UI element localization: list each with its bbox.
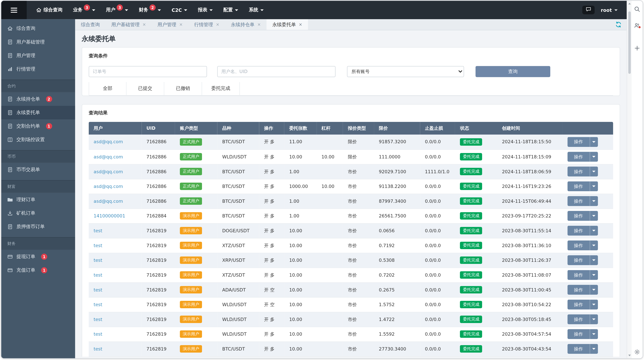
refresh-icon[interactable] <box>615 21 622 28</box>
user-link[interactable]: test <box>94 302 102 307</box>
scroll-down-arrow-icon[interactable] <box>628 355 631 356</box>
nav-item-finance[interactable]: 财务2 <box>134 1 166 19</box>
row-action-dropdown[interactable] <box>590 152 598 162</box>
user-link[interactable]: 14100000001 <box>94 213 125 218</box>
row-action-button[interactable]: 操作 <box>567 137 598 147</box>
sidebar-item-deposit-orders[interactable]: 充值订单1 <box>1 264 75 277</box>
row-action-dropdown[interactable] <box>590 211 598 221</box>
user-link[interactable]: asd@qq.com <box>94 139 123 144</box>
account-type-select[interactable]: 所有账号 <box>347 66 464 77</box>
sidebar-toggle-icon[interactable] <box>1 1 27 19</box>
tab-user-management[interactable]: 用户管理× <box>152 19 188 30</box>
row-action-button[interactable]: 操作 <box>567 329 598 339</box>
tab-close-icon[interactable]: × <box>257 22 261 27</box>
user-link[interactable]: test <box>94 228 102 233</box>
row-action-dropdown[interactable] <box>590 344 598 354</box>
sidebar-item-delivery-risk-settings[interactable]: 交割场控设置 <box>1 133 75 146</box>
row-action-dropdown[interactable] <box>590 196 598 206</box>
status-badge: 委托完成 <box>460 138 482 146</box>
nav-item-business[interactable]: 业务3 <box>68 1 100 19</box>
row-action-button[interactable]: 操作 <box>567 314 598 324</box>
username-uid-input[interactable] <box>217 66 336 77</box>
tab-overview[interactable]: 综合查询 <box>75 19 106 30</box>
row-action-dropdown[interactable] <box>590 329 598 339</box>
nav-item-config[interactable]: 配置 <box>218 1 244 19</box>
scrollbar-thumb[interactable] <box>628 11 631 74</box>
user-link[interactable]: asd@qq.com <box>94 169 123 174</box>
order-number-input[interactable] <box>89 66 207 77</box>
sidebar-item-overview[interactable]: 综合查询 <box>1 22 75 35</box>
sidebar-item-user-base-management[interactable]: 用户基础管理 <box>1 35 75 49</box>
row-action-dropdown[interactable] <box>590 166 598 176</box>
row-action-button[interactable]: 操作 <box>567 166 598 176</box>
user-link[interactable]: asd@qq.com <box>94 198 123 204</box>
page-scrollbar[interactable] <box>627 1 632 358</box>
plus-icon[interactable] <box>634 45 640 51</box>
sidebar-item-perpetual-positions[interactable]: 永续持仓单2 <box>1 92 75 106</box>
sidebar-item-delivery-contracts[interactable]: 交割合约单1 <box>1 120 75 133</box>
tab-market-management[interactable]: 行情管理× <box>188 19 225 30</box>
row-action-dropdown[interactable] <box>590 137 598 147</box>
sidebar-item-market-management[interactable]: 行情管理 <box>1 62 75 76</box>
messages-button[interactable] <box>582 6 595 14</box>
row-action-dropdown[interactable] <box>590 285 598 295</box>
profiles-icon[interactable] <box>634 22 640 29</box>
search-button[interactable]: 查询 <box>476 66 550 77</box>
nav-item-c2c[interactable]: C2C <box>166 1 192 19</box>
user-link[interactable]: test <box>94 346 102 352</box>
row-action-button[interactable]: 操作 <box>567 240 598 250</box>
row-action-dropdown[interactable] <box>590 314 598 324</box>
row-action-dropdown[interactable] <box>590 255 598 265</box>
filter-tab-completed[interactable]: 委托完成 <box>202 82 240 95</box>
row-action-label: 操作 <box>567 182 590 191</box>
user-link[interactable]: test <box>94 272 102 278</box>
row-action-dropdown[interactable] <box>590 300 598 310</box>
sidebar-item-withdraw-orders[interactable]: 提现订单1 <box>1 250 75 264</box>
nav-item-reports[interactable]: 报表 <box>192 1 218 19</box>
sidebar-item-spot-trades[interactable]: 币币交易单 <box>1 163 75 176</box>
row-action-button[interactable]: 操作 <box>567 152 598 162</box>
user-link[interactable]: asd@qq.com <box>94 154 123 160</box>
filter-tab-all[interactable]: 全部 <box>89 82 126 95</box>
tab-close-icon[interactable]: × <box>179 22 183 27</box>
sidebar-item-perpetual-orders[interactable]: 永续委托单 <box>1 106 75 120</box>
row-action-dropdown[interactable] <box>590 226 598 236</box>
filter-tab-cancelled[interactable]: 已撤销 <box>164 82 202 95</box>
gear-icon[interactable] <box>634 349 640 355</box>
row-action-button[interactable]: 操作 <box>567 270 598 280</box>
nav-item-system[interactable]: 系统 <box>244 1 269 19</box>
user-link[interactable]: test <box>94 258 102 263</box>
sidebar-item-wealth-orders[interactable]: 理财订单 <box>1 193 75 206</box>
sidebar-item-miner-orders[interactable]: 矿机订单 <box>1 206 75 220</box>
row-action-button[interactable]: 操作 <box>567 182 598 191</box>
user-link[interactable]: test <box>94 317 102 322</box>
tab-close-icon[interactable]: × <box>216 22 219 27</box>
tab-close-icon[interactable]: × <box>142 22 146 27</box>
tab-close-icon[interactable]: × <box>299 22 302 27</box>
row-action-button[interactable]: 操作 <box>567 285 598 295</box>
row-action-button[interactable]: 操作 <box>567 196 598 206</box>
row-action-button[interactable]: 操作 <box>567 211 598 221</box>
row-action-button[interactable]: 操作 <box>567 344 598 354</box>
sidebar-item-pledge-loan-orders[interactable]: 质押借币订单 <box>1 220 75 234</box>
tab-user-base-management[interactable]: 用户基础管理× <box>106 19 152 30</box>
nav-item-overview[interactable]: 综合查询 <box>31 1 68 19</box>
filter-tab-submitted[interactable]: 已提交 <box>126 82 164 95</box>
user-link[interactable]: asd@qq.com <box>94 184 123 189</box>
search-icon[interactable] <box>634 6 640 12</box>
row-action-button[interactable]: 操作 <box>567 226 598 236</box>
user-link[interactable]: test <box>94 243 102 248</box>
nav-item-users[interactable]: 用户3 <box>100 1 134 19</box>
user-link[interactable]: test <box>94 287 102 292</box>
row-action-button[interactable]: 操作 <box>567 300 598 310</box>
user-link[interactable]: test <box>94 332 102 337</box>
tab-perpetual-positions[interactable]: 永续持仓单× <box>225 19 266 30</box>
row-action-button[interactable]: 操作 <box>567 255 598 265</box>
row-action-dropdown[interactable] <box>590 240 598 250</box>
scroll-up-arrow-icon[interactable] <box>628 3 631 4</box>
row-action-dropdown[interactable] <box>590 182 598 191</box>
user-menu[interactable]: root <box>601 7 618 13</box>
sidebar-item-user-management[interactable]: 用户管理 <box>1 49 75 62</box>
tab-perpetual-orders[interactable]: 永续委托单× <box>266 19 308 30</box>
row-action-dropdown[interactable] <box>590 270 598 280</box>
